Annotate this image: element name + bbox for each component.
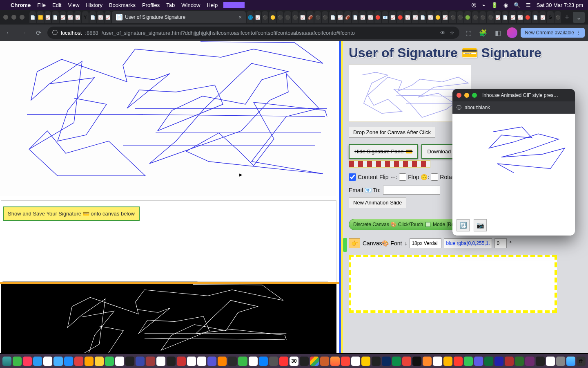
- background-tab[interactable]: 🔴: [374, 11, 381, 23]
- background-tab[interactable]: 📈: [337, 11, 343, 23]
- dock-app[interactable]: [177, 357, 186, 366]
- dock-app[interactable]: [525, 357, 534, 366]
- dock-app[interactable]: [536, 357, 545, 366]
- dock-trash-icon[interactable]: 🗑: [577, 357, 586, 366]
- angle-input[interactable]: [494, 238, 507, 248]
- popup-close-icon[interactable]: [457, 93, 461, 98]
- dock-app[interactable]: [74, 357, 83, 366]
- background-tab[interactable]: ⚫: [277, 11, 283, 23]
- background-tab[interactable]: 📈: [539, 11, 546, 23]
- menu-edit[interactable]: Edit: [52, 2, 61, 8]
- background-tab[interactable]: 📄: [352, 11, 359, 23]
- background-tab[interactable]: 🔴: [397, 11, 403, 23]
- menubar-clock[interactable]: Sat 30 Mar 7:23 pm: [537, 2, 583, 8]
- background-tab[interactable]: 📈: [60, 11, 66, 23]
- dock-app[interactable]: [269, 357, 278, 366]
- dock-app[interactable]: [546, 357, 555, 366]
- background-tab[interactable]: ⚫: [322, 11, 328, 23]
- popup-zoom-icon[interactable]: [472, 93, 477, 98]
- tab-overflow-icon[interactable]: ⌄: [573, 12, 585, 23]
- background-tab[interactable]: 📈: [45, 11, 51, 23]
- dock-app[interactable]: [474, 357, 483, 366]
- popup-addressbar[interactable]: ⓘ about:blank: [452, 101, 575, 114]
- eye-off-icon[interactable]: 👁: [440, 30, 445, 36]
- background-tab[interactable]: 📈: [389, 11, 396, 23]
- tab-close-icon[interactable]: ×: [238, 14, 242, 20]
- dock-app[interactable]: [361, 357, 370, 366]
- background-tab[interactable]: ⚫: [449, 11, 456, 23]
- dock-app[interactable]: [341, 357, 350, 366]
- menu-window[interactable]: Window: [181, 2, 200, 8]
- background-tab[interactable]: 📈: [97, 11, 103, 23]
- dock-app[interactable]: [402, 357, 411, 366]
- background-tab[interactable]: 📈: [74, 11, 81, 23]
- menu-help[interactable]: Help: [207, 2, 218, 8]
- email-input[interactable]: [383, 186, 440, 195]
- dock-app[interactable]: [330, 357, 339, 366]
- dock-app[interactable]: [259, 357, 268, 366]
- background-tab[interactable]: 📈: [517, 11, 523, 23]
- dropzone-button[interactable]: Drop Zone for Canvas After Click: [349, 127, 435, 138]
- background-tab[interactable]: ⚫: [487, 11, 493, 23]
- background-tab[interactable]: 📈: [254, 11, 261, 23]
- playback-icon[interactable]: ⦿: [471, 2, 477, 8]
- background-tab[interactable]: Y: [82, 11, 89, 23]
- background-tab[interactable]: 📈: [367, 11, 373, 23]
- bluetooth-icon[interactable]: ⌁: [482, 2, 486, 8]
- profile-avatar[interactable]: [507, 27, 517, 38]
- dock-app[interactable]: [53, 357, 62, 366]
- dock-app[interactable]: [320, 357, 329, 366]
- background-tab[interactable]: ⚫: [314, 11, 321, 23]
- dock-app[interactable]: [423, 357, 432, 366]
- background-tab[interactable]: 📄: [29, 11, 36, 23]
- dock-app[interactable]: [146, 357, 155, 366]
- address-bar[interactable]: ⓘ localhost:8888/user_of_signature_signa…: [47, 27, 459, 39]
- dock-app[interactable]: [279, 357, 288, 366]
- dock-app[interactable]: [300, 357, 309, 366]
- background-tab[interactable]: 🏈: [344, 11, 351, 23]
- extension-icon[interactable]: ⬚: [463, 27, 474, 38]
- site-info-icon[interactable]: ⓘ: [52, 29, 58, 36]
- background-tab[interactable]: 🏈: [307, 11, 313, 23]
- background-tab[interactable]: 📄: [419, 11, 426, 23]
- dock-app[interactable]: [433, 357, 442, 366]
- background-tab[interactable]: 📄: [329, 11, 336, 23]
- hide-signature-panel-button[interactable]: Hide Signature Panel 💳: [349, 144, 418, 159]
- menu-bookmarks[interactable]: Bookmarks: [109, 2, 136, 8]
- background-tab[interactable]: 📄: [502, 11, 508, 23]
- background-tab[interactable]: ⚫: [262, 11, 268, 23]
- dock-app[interactable]: [13, 357, 22, 366]
- background-tab[interactable]: 📄: [89, 11, 96, 23]
- background-tab[interactable]: 🟢: [464, 11, 471, 23]
- popup-minimize-icon[interactable]: [464, 93, 469, 98]
- menu-tab[interactable]: Tab: [166, 2, 175, 8]
- background-tab[interactable]: 📈: [105, 11, 111, 23]
- signature-output-canvas[interactable]: [1, 284, 336, 353]
- flop-checkbox[interactable]: [399, 173, 406, 181]
- dock-app[interactable]: [197, 357, 206, 366]
- background-tab[interactable]: 🔴: [524, 11, 531, 23]
- dock-app[interactable]: [136, 357, 145, 366]
- background-tab[interactable]: 📄: [532, 11, 539, 23]
- background-tab[interactable]: 📄: [52, 11, 58, 23]
- dock-app[interactable]: [85, 357, 94, 366]
- dock-app[interactable]: [556, 357, 565, 366]
- menubar-app-name[interactable]: Chrome: [11, 2, 31, 8]
- dock-app[interactable]: [115, 357, 124, 366]
- popup-tool-flip-button[interactable]: 🔃: [457, 219, 470, 231]
- background-tab[interactable]: 📈: [404, 11, 411, 23]
- dock-app[interactable]: [412, 357, 421, 366]
- new-animation-slide-button[interactable]: New Animation Slide: [349, 197, 406, 208]
- dock-app[interactable]: [566, 357, 575, 366]
- yellow-drop-target[interactable]: [349, 255, 557, 313]
- content-flip-checkbox[interactable]: [349, 173, 356, 181]
- dock-app[interactable]: [505, 357, 514, 366]
- dock-app[interactable]: [372, 357, 381, 366]
- chrome-update-button[interactable]: New Chrome available ⋮: [521, 28, 585, 38]
- rotate-checkbox[interactable]: [431, 173, 438, 181]
- side-panel-icon[interactable]: ◧: [492, 27, 503, 38]
- hand-icon[interactable]: 👉: [349, 238, 360, 248]
- background-tab[interactable]: ⚫: [292, 11, 298, 23]
- font-input[interactable]: [410, 238, 441, 248]
- background-tab[interactable]: 📈: [494, 11, 501, 23]
